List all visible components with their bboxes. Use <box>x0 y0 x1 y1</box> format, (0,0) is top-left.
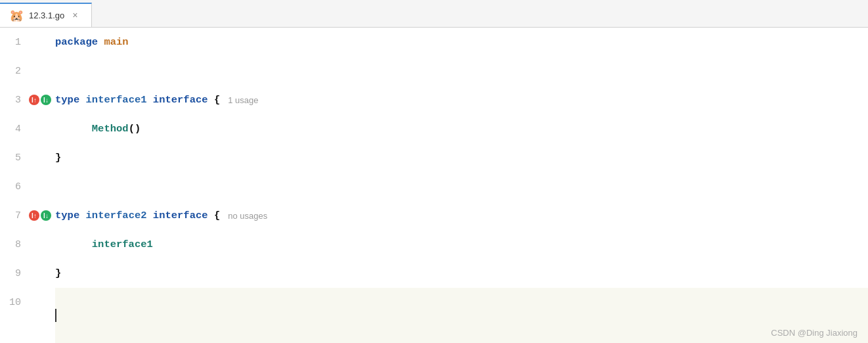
interface2-name: interface2 <box>86 210 147 221</box>
kw-interface-7: interface <box>153 210 208 221</box>
line-row-10: 10 <box>0 288 53 317</box>
open-brace-7: { <box>214 210 220 221</box>
text-cursor <box>55 309 56 322</box>
space-7b <box>147 210 153 221</box>
gutter-3: I↑ I↓ <box>29 95 53 105</box>
space-3a <box>79 94 85 106</box>
line-num-10: 10 <box>0 297 29 308</box>
code-line-3: type interface1 interface { 1 usage <box>55 85 868 114</box>
line-row-3: 3 I↑ I↓ <box>0 85 53 114</box>
tab-filename: 12.3.1.go <box>29 11 64 20</box>
code-line-5: } <box>55 143 868 172</box>
line-num-7: 7 <box>0 210 29 221</box>
kw-type-7: type <box>55 210 79 221</box>
kw-type-3: type <box>55 94 79 106</box>
implement-up-icon-7[interactable]: I↑ <box>29 210 39 221</box>
indent-4 <box>55 123 92 135</box>
tab-close-button[interactable]: × <box>72 11 77 21</box>
line-row-2: 2 <box>0 57 53 85</box>
line-row-7: 7 I↑ I↓ <box>0 201 53 230</box>
line-row-8: 8 <box>0 230 53 259</box>
indent-8 <box>55 239 92 250</box>
tab-bar: 🐹 12.3.1.go × <box>0 0 868 28</box>
close-brace-5: } <box>55 152 61 164</box>
implement-down-icon-3[interactable]: I↓ <box>41 95 51 105</box>
code-editor[interactable]: package main type interface1 interface {… <box>53 28 868 343</box>
usage-hint-7: no usages <box>228 211 267 221</box>
line-row-9: 9 <box>0 259 53 288</box>
line-row-6: 6 <box>0 172 53 201</box>
line-num-2: 2 <box>0 66 29 77</box>
line-num-6: 6 <box>0 181 29 193</box>
line-num-9: 9 <box>0 268 29 279</box>
gutter-7: I↑ I↓ <box>29 210 53 221</box>
kw-interface-3: interface <box>153 94 208 106</box>
code-line-8: interface1 <box>55 230 868 259</box>
line-row-1: 1 <box>0 28 53 57</box>
line-number-gutter: 1 2 3 I↑ I↓ 4 5 6 7 I↑ <box>0 28 53 343</box>
implement-up-icon-3[interactable]: I↑ <box>29 95 39 105</box>
keyword-package: package <box>55 36 98 48</box>
space-3b <box>147 94 153 106</box>
method-name: Method <box>92 123 129 135</box>
usage-hint-3: 1 usage <box>228 95 258 105</box>
code-line-10[interactable] <box>55 288 868 343</box>
implement-down-icon-7[interactable]: I↓ <box>41 210 51 221</box>
line-row-5: 5 <box>0 143 53 172</box>
code-line-6 <box>55 172 868 201</box>
space <box>98 36 104 48</box>
interface1-name: interface1 <box>86 94 147 106</box>
method-parens: () <box>129 123 141 135</box>
line-num-4: 4 <box>0 124 29 135</box>
line-num-5: 5 <box>0 152 29 164</box>
code-line-4: Method() <box>55 114 868 143</box>
code-line-1: package main <box>55 28 868 57</box>
code-line-2 <box>55 57 868 85</box>
open-brace-3: { <box>214 94 220 106</box>
keyword-main: main <box>104 36 128 48</box>
tab-12-3-1-go[interactable]: 🐹 12.3.1.go × <box>0 3 92 27</box>
line-num-1: 1 <box>0 37 29 48</box>
embedded-interface1: interface1 <box>92 239 153 250</box>
editor-area: 1 2 3 I↑ I↓ 4 5 6 7 I↑ <box>0 28 868 343</box>
watermark: CSDN @Ding Jiaxiong <box>771 328 857 338</box>
code-line-7: type interface2 interface { no usages <box>55 201 868 230</box>
space-3c <box>208 94 214 106</box>
line-num-8: 8 <box>0 239 29 250</box>
space-7c <box>208 210 214 221</box>
go-gopher-icon: 🐹 <box>9 9 24 23</box>
line-num-3: 3 <box>0 95 29 106</box>
line-row-4: 4 <box>0 114 53 143</box>
close-brace-9: } <box>55 267 61 279</box>
space-7a <box>79 210 85 221</box>
code-line-9: } <box>55 259 868 288</box>
